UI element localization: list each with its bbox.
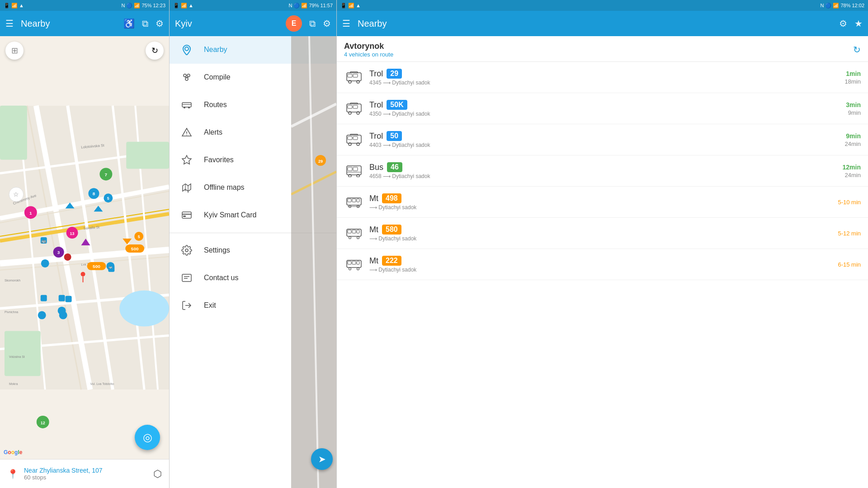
menu-item-favorites[interactable]: Favorites <box>170 146 336 174</box>
time2-29: 18min <box>845 78 861 85</box>
menu-item-routes[interactable]: Routes <box>170 91 336 119</box>
time2-46: 24min <box>845 172 861 178</box>
time-range-498: 5-10 min <box>838 199 861 206</box>
stops-count: 60 stops <box>24 474 148 481</box>
layers-icon[interactable]: ⧉ <box>142 19 148 29</box>
time1-29: 1min <box>846 70 861 77</box>
menu-item-contact[interactable]: Contact us <box>170 264 336 292</box>
panel-menu: 📱 📶 ▲ N 🔵 📶 79% 11:57 Kyiv E ⧉ ⚙ <box>170 0 337 488</box>
compile-icon <box>180 71 193 84</box>
transit-item-mt-498[interactable]: Mt 498 ⟶ Dytiachyi sadok 5-10 min <box>337 187 868 218</box>
route-icon[interactable]: ⬡ <box>153 468 162 480</box>
filter-icon-menu[interactable]: ⚙ <box>323 18 331 29</box>
layers-icon-menu[interactable]: ⧉ <box>309 19 316 29</box>
route-line-50k: Trol 50K <box>369 100 840 110</box>
menu-item-alerts[interactable]: Alerts <box>170 119 336 146</box>
transit-item-mt-222[interactable]: Mt 222 ⟶ Dytiachyi sadok 6-15 min <box>337 249 868 280</box>
svg-point-145 <box>349 268 351 270</box>
svg-rect-115 <box>348 136 352 140</box>
transit-item-trol-50k[interactable]: Trol 50K 4350 ⟶ Dytiachyi sadok 3min 9mi… <box>337 93 868 124</box>
minibus-icon-580 <box>344 223 364 243</box>
status-bar-left: 📱 📶 ▲ <box>4 3 24 9</box>
user-avatar[interactable]: E <box>286 15 302 32</box>
favorites-icon <box>180 154 193 166</box>
svg-point-146 <box>357 268 359 270</box>
transit-vehicle-list: Trol 29 4345 ⟶ Dytiachyi sadok 1min 18mi… <box>337 62 868 488</box>
transit-stop-header: Avtorynok 4 vehicles on route ↻ <box>337 36 868 62</box>
svg-point-20 <box>119 291 169 327</box>
star-icon-transit[interactable]: ★ <box>854 18 863 29</box>
route-badge-498: 498 <box>382 193 401 203</box>
bluetooth-icon: 🔵 <box>293 3 300 9</box>
route-badge-580: 580 <box>382 225 401 235</box>
wifi-icon: 📶 <box>181 3 187 9</box>
map-layers-button[interactable]: ⊞ <box>5 42 24 60</box>
svg-rect-138 <box>357 230 359 233</box>
svg-text:3: 3 <box>57 250 60 255</box>
status-right: N 🔵 📶 78% 12:02 <box>820 3 864 9</box>
transit-item-trol-50[interactable]: Trol 50 4403 ⟶ Dytiachyi sadok 9min 24mi… <box>337 124 868 155</box>
svg-text:Pivnichna: Pivnichna <box>5 310 18 314</box>
menu-item-offline-maps[interactable]: Offline maps <box>170 174 336 202</box>
menu-item-exit[interactable]: Exit <box>170 292 336 319</box>
transit-item-bus-46[interactable]: Bus 46 4658 ⟶ Dytiachyi sadok 12min 24mi… <box>337 155 868 187</box>
map-refresh-button[interactable]: ↻ <box>146 42 164 60</box>
time1-50: 9min <box>846 132 861 140</box>
layers-icon: ⊞ <box>11 46 18 56</box>
filter-icon-transit[interactable]: ⚙ <box>839 18 847 29</box>
route-line-498: Mt 498 <box>369 193 832 203</box>
nfc-icon: N <box>820 3 824 8</box>
accessibility-icon[interactable]: ♿ <box>123 18 135 29</box>
menu-icon-transit[interactable]: ☰ <box>342 18 350 29</box>
map-bottom-bar[interactable]: 📍 Near Zhylianska Street, 107 60 stops ⬡ <box>0 459 169 488</box>
transit-item-mt-580[interactable]: Mt 580 ⟶ Dytiachyi sadok 5-12 min <box>337 218 868 249</box>
time-range-222: 6-15 min <box>838 261 861 268</box>
vehicle-type-580: Mt <box>369 225 378 235</box>
minibus-icon-498 <box>344 192 364 212</box>
svg-point-67 <box>38 311 46 319</box>
map-svg: Lolotoiivska St Cheremmy Ave Sakaila St … <box>0 36 169 459</box>
location-fab[interactable]: ◎ <box>135 425 160 450</box>
wifi-icon: 📶 <box>11 3 18 9</box>
destination-46: 4658 ⟶ Dytiachyi sadok <box>369 173 837 179</box>
svg-text:🚌: 🚌 <box>41 238 47 244</box>
svg-point-69 <box>58 307 66 315</box>
transit-item-trol-29[interactable]: Trol 29 4345 ⟶ Dytiachyi sadok 1min 18mi… <box>337 62 868 93</box>
svg-point-89 <box>185 249 188 252</box>
map-container[interactable]: Lolotoiivska St Cheremmy Ave Sakaila St … <box>0 36 169 459</box>
destination-498: ⟶ Dytiachyi sadok <box>369 204 832 211</box>
destination-222: ⟶ Dytiachyi sadok <box>369 267 832 273</box>
filter-icon[interactable]: ⚙ <box>156 18 164 29</box>
app-bar-transit: ☰ Nearby ⚙ ★ <box>337 11 868 36</box>
time2-50: 24min <box>845 141 861 147</box>
route-badge-46: 46 <box>387 162 402 172</box>
route-line-29: Trol 29 <box>369 69 840 79</box>
svg-rect-123 <box>348 167 352 171</box>
menu-item-settings[interactable]: Settings <box>170 237 336 264</box>
transit-times-50k: 3min 9min <box>846 101 861 116</box>
transit-info-50k: Trol 50K 4350 ⟶ Dytiachyi sadok <box>369 100 840 117</box>
svg-point-80 <box>188 107 190 108</box>
destination-580: ⟶ Dytiachyi sadok <box>369 235 832 242</box>
city-title: Kyiv <box>175 19 278 29</box>
transit-info-46: Bus 46 4658 ⟶ Dytiachyi sadok <box>369 162 837 179</box>
svg-point-48 <box>64 253 71 261</box>
vehicle-type-46: Bus <box>369 163 383 172</box>
vehicle-type-222: Mt <box>369 256 378 266</box>
svg-rect-116 <box>353 136 358 140</box>
map-street-label: Near Zhylianska Street, 107 <box>24 467 148 474</box>
svg-text:Skomorokh: Skomorokh <box>5 279 20 282</box>
svg-rect-108 <box>353 105 358 108</box>
menu-item-smart-card[interactable]: Kyiv Smart Card <box>170 202 336 229</box>
menu-item-nearby[interactable]: Nearby <box>170 36 336 64</box>
svg-text:Mokra: Mokra <box>9 382 18 385</box>
menu-icon[interactable]: ☰ <box>5 18 14 29</box>
menu-item-compile[interactable]: Compile <box>170 64 336 91</box>
svg-text:500: 500 <box>131 246 139 251</box>
location-pin-icon: 📍 <box>7 469 19 479</box>
transit-refresh-button[interactable]: ↻ <box>853 44 861 55</box>
destination-50: 4403 ⟶ Dytiachyi sadok <box>369 142 840 148</box>
panel-transit: 📱 📶 ▲ N 🔵 📶 78% 12:02 ☰ Nearby ⚙ ★ Avtor… <box>337 0 868 488</box>
status-left: 📱 📶 ▲ <box>340 3 361 9</box>
svg-rect-58 <box>66 296 72 302</box>
